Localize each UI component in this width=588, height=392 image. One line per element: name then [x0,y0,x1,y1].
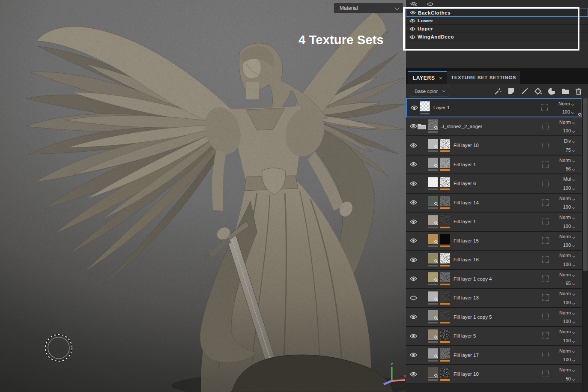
mask-thumbnail[interactable] [440,177,450,187]
texture-set-row[interactable]: Upper [406,25,588,33]
visibility-toggle[interactable] [410,314,417,320]
blend-mode-dropdown[interactable]: Div [564,138,575,144]
visibility-toggle[interactable] [410,371,417,377]
magic-wand-icon[interactable] [494,87,502,95]
channel-dropdown[interactable]: Base color [410,86,449,96]
mask-thumbnail[interactable] [440,368,450,378]
blend-mode-dropdown[interactable]: Norm [559,272,575,277]
mask-thumbnail[interactable] [440,196,450,206]
layer-row[interactable]: Fill layer 5 Norm 100 [406,327,582,346]
opacity-dropdown[interactable]: 100 [563,357,575,362]
mask-link-placeholder[interactable] [542,237,549,244]
eye-sync-icon[interactable] [410,1,418,7]
layer-list-scrollbar[interactable] [582,98,588,392]
layer-thumbnail[interactable] [428,272,438,282]
blend-mode-dropdown[interactable]: Norm [559,196,575,201]
mask-link-placeholder[interactable] [542,352,549,358]
opacity-dropdown[interactable]: 100 [563,300,575,305]
visibility-toggle[interactable] [410,238,417,243]
layer-thumbnail[interactable] [428,158,438,168]
mask-thumbnail[interactable] [440,253,450,263]
visibility-toggle[interactable] [410,200,417,205]
mask-thumbnail[interactable] [440,139,450,149]
layer-row[interactable]: Fill layer 1 copy 4 Norm 65 [406,270,582,289]
mask-link-placeholder[interactable] [542,371,549,377]
blend-mode-dropdown[interactable]: Norm [559,253,575,258]
layer-row[interactable]: Fill layer 1 copy 5 Norm 100 [406,308,582,327]
mask-link-placeholder[interactable] [542,180,549,186]
mask-link-placeholder[interactable] [542,123,549,129]
mask-thumbnail[interactable] [440,348,450,359]
eye-icon[interactable] [409,18,415,23]
mask-link-placeholder[interactable] [542,142,549,148]
smart-material-icon[interactable] [548,87,556,95]
opacity-dropdown[interactable]: 100 [563,128,575,133]
blend-mode-dropdown[interactable]: Norm [558,101,574,106]
visibility-toggle[interactable] [410,162,417,167]
material-mode-dropdown[interactable]: Material [334,3,403,13]
layer-row[interactable]: Fill layer 1 Norm 100 [406,212,582,232]
layer-thumbnail[interactable] [428,368,438,378]
visibility-toggle[interactable] [410,333,417,339]
mask-thumbnail[interactable] [440,272,450,282]
folder-icon[interactable] [561,88,570,95]
blend-mode-dropdown[interactable]: Norm [559,329,575,334]
visibility-toggle[interactable] [410,352,417,358]
visibility-toggle[interactable] [410,295,417,301]
visibility-toggle[interactable] [410,181,417,186]
brush-icon[interactable] [521,87,528,95]
mask-link-placeholder[interactable] [542,314,549,320]
layer-thumbnail[interactable] [428,291,438,302]
layer-thumbnail[interactable] [428,253,438,263]
opacity-dropdown[interactable]: 100 [563,319,575,324]
layer-row[interactable]: Fill layer 15 Norm 100 [406,232,582,251]
blend-mode-dropdown[interactable]: Norm [559,158,575,163]
layer-row[interactable]: Fill layer 17 Norm 100 [406,346,582,365]
layer-row[interactable]: Fill layer 13 Norm 100 [406,289,582,308]
mask-link-placeholder[interactable] [542,161,549,168]
mask-thumbnail[interactable] [440,329,450,340]
opacity-dropdown[interactable]: 75 [566,147,575,153]
layer-row[interactable]: Layer 1 Norm 100 [406,98,582,117]
visibility-toggle[interactable] [410,257,417,263]
opacity-dropdown[interactable]: 100 [563,186,575,191]
layer-row[interactable]: Fill layer 6 Mul 100 [406,174,582,194]
mask-link-placeholder[interactable] [541,104,548,111]
layer-row[interactable]: Fill layer 10 Norm 50 [406,365,582,384]
mask-link-placeholder[interactable] [542,275,549,282]
blend-mode-dropdown[interactable]: Norm [559,234,575,239]
layer-row[interactable]: Fill layer 14 Norm 100 [406,194,582,213]
layer-row[interactable]: Fill layer 16 Norm 100 [406,251,582,270]
mask-link-placeholder[interactable] [542,332,549,339]
viewport-3d[interactable]: Material 4 Texture Sets Y X [0,0,406,392]
blend-mode-dropdown[interactable]: Norm [559,310,575,315]
texture-set-row[interactable]: Lower [406,17,588,25]
mask-thumbnail[interactable] [440,291,450,302]
visibility-toggle[interactable] [410,143,417,148]
mask-link-placeholder[interactable] [542,218,549,224]
blend-mode-dropdown[interactable]: Norm [559,215,575,220]
blend-mode-dropdown[interactable]: Norm [559,348,575,353]
texture-set-row[interactable]: WingAndDeco [406,33,588,41]
mask-link-placeholder[interactable] [542,294,549,301]
opacity-dropdown[interactable]: 50 [566,376,575,381]
eye-icon[interactable] [410,10,416,15]
opacity-dropdown[interactable]: 100 [563,242,575,248]
opacity-dropdown[interactable]: 100 [563,204,575,209]
layer-row[interactable]: Fill layer 18 Div 75 [406,136,582,156]
mask-link-placeholder[interactable] [542,256,549,263]
opacity-dropdown[interactable]: 56 [566,166,575,171]
layer-thumbnail[interactable] [428,348,438,359]
eye-icon[interactable] [409,35,415,39]
trash-icon[interactable] [575,87,582,95]
layer-thumbnail[interactable] [420,101,430,111]
visibility-toggle[interactable] [410,276,417,281]
layer-thumbnail[interactable] [428,177,438,187]
texture-set-row[interactable]: BackClothes [406,9,588,17]
visibility-toggle[interactable] [410,219,417,224]
layer-thumbnail[interactable] [428,329,438,340]
mask-thumbnail[interactable] [440,234,450,244]
eye-icon[interactable] [409,27,415,31]
layer-thumbnail[interactable] [428,234,438,244]
opacity-dropdown[interactable]: 100 [562,109,574,114]
